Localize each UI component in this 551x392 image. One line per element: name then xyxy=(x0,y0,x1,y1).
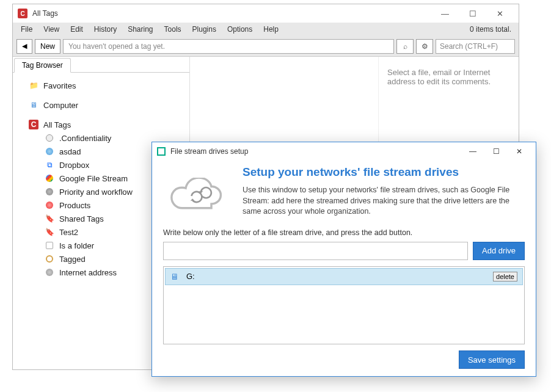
close-button[interactable]: ✕ xyxy=(486,5,514,22)
new-button[interactable]: New xyxy=(35,39,60,54)
cloud-sync-icon xyxy=(163,165,230,217)
dialog-close-button[interactable]: ✕ xyxy=(508,143,531,159)
add-drive-row: Add drive xyxy=(163,242,525,260)
dialog-intro: Setup your networks' file stream drives … xyxy=(163,165,525,217)
folder-icon: 📁 xyxy=(29,81,38,90)
node-label: Tagged xyxy=(59,255,86,264)
target-icon xyxy=(45,254,54,264)
dialog-description: Use this window to setup your networks' … xyxy=(243,185,525,217)
toolbar: ◀ New You haven't opened a tag yet. ⌕ ⚙ … xyxy=(13,36,519,57)
dialog-titlebar: File stream drives setup ― ☐ ✕ xyxy=(152,142,536,161)
dialog-title: File stream drives setup xyxy=(170,147,461,156)
menu-sharing[interactable]: Sharing xyxy=(122,24,158,35)
node-label: Favorites xyxy=(43,81,76,90)
dialog-maximize-button[interactable]: ☐ xyxy=(484,143,508,159)
save-settings-button[interactable]: Save settings xyxy=(459,350,525,369)
search-icon[interactable]: ⌕ xyxy=(396,39,414,54)
status-text: 0 items total. xyxy=(470,25,516,34)
drive-icon: 🖥 xyxy=(170,272,181,281)
drive-letter-input[interactable] xyxy=(163,242,468,260)
google-icon xyxy=(45,173,54,183)
gray-dot-icon xyxy=(45,187,54,197)
tab-tag-browser[interactable]: Tag Browser xyxy=(14,58,71,73)
sidebar-tabs: Tag Browser xyxy=(13,57,189,73)
dropbox-icon: ⧉ xyxy=(45,160,54,170)
blue-dot-icon xyxy=(45,147,54,156)
minimize-button[interactable]: ― xyxy=(431,5,459,22)
dialog-intro-text: Setup your networks' file stream drives … xyxy=(243,165,525,217)
app-icon: C xyxy=(18,9,27,18)
dialog-heading: Setup your networks' file stream drives xyxy=(243,165,525,179)
menu-history[interactable]: History xyxy=(89,24,122,35)
add-drive-button[interactable]: Add drive xyxy=(473,242,525,260)
tag-icon: 🔖 xyxy=(45,214,54,223)
menu-help[interactable]: Help xyxy=(258,24,284,35)
node-label: Is a folder xyxy=(59,241,94,250)
node-label: All Tags xyxy=(43,120,71,129)
search-input[interactable]: Search (CTRL+F) xyxy=(436,39,515,54)
node-label: Products xyxy=(59,201,90,210)
node-label: Internet address xyxy=(59,268,117,277)
tag-input[interactable]: You haven't opened a tag yet. xyxy=(63,39,394,54)
box-icon xyxy=(45,241,54,250)
computer-icon: 🖥 xyxy=(29,100,38,110)
node-label: Test2 xyxy=(59,228,78,237)
dot-icon xyxy=(45,133,54,143)
drive-list: 🖥G:delete xyxy=(163,266,525,345)
node-all-tags[interactable]: C All Tags xyxy=(15,118,187,131)
right-hint-text: Select a file, email or Internet address… xyxy=(387,68,491,86)
app-tag-icon: C xyxy=(29,120,38,129)
menubar: File View Edit History Sharing Tools Plu… xyxy=(13,23,519,36)
dialog-minimize-button[interactable]: ― xyxy=(461,143,484,159)
gear-icon[interactable]: ⚙ xyxy=(416,39,433,54)
menu-options[interactable]: Options xyxy=(222,24,258,35)
drive-label: G: xyxy=(186,272,488,281)
dialog-footer: Save settings xyxy=(163,344,525,369)
red-dot-icon xyxy=(45,200,54,210)
node-label: Shared Tags xyxy=(59,214,104,223)
menu-file[interactable]: File xyxy=(15,24,38,35)
node-label: Priority and workflow xyxy=(59,187,133,197)
node-label: Google File Stream xyxy=(59,174,128,183)
maximize-button[interactable]: ☐ xyxy=(459,5,486,22)
menu-edit[interactable]: Edit xyxy=(65,24,89,35)
dialog-app-icon xyxy=(157,147,166,156)
node-label: Dropbox xyxy=(59,161,89,170)
window-title: All Tags xyxy=(32,9,431,18)
globe-icon xyxy=(45,267,54,277)
menu-plugins[interactable]: Plugins xyxy=(187,24,222,35)
node-label: Computer xyxy=(43,101,78,110)
main-titlebar: C All Tags ― ☐ ✕ xyxy=(13,4,519,23)
tag-icon: 🔖 xyxy=(45,227,54,237)
back-button[interactable]: ◀ xyxy=(16,39,32,54)
drive-item[interactable]: 🖥G:delete xyxy=(165,268,523,285)
node-label: asdad xyxy=(59,147,81,156)
delete-drive-button[interactable]: delete xyxy=(493,272,517,281)
node-favorites[interactable]: 📁 Favorites xyxy=(15,79,187,92)
menu-tools[interactable]: Tools xyxy=(159,24,187,35)
dialog-instruction: Write below only the letter of a file st… xyxy=(163,228,525,237)
file-stream-dialog: File stream drives setup ― ☐ ✕ Setup you… xyxy=(151,142,536,377)
node-label: .Confidentiality xyxy=(59,134,111,143)
node-computer[interactable]: 🖥 Computer xyxy=(15,98,187,112)
dialog-body: Setup your networks' file stream drives … xyxy=(152,161,536,376)
menu-view[interactable]: View xyxy=(38,24,65,35)
